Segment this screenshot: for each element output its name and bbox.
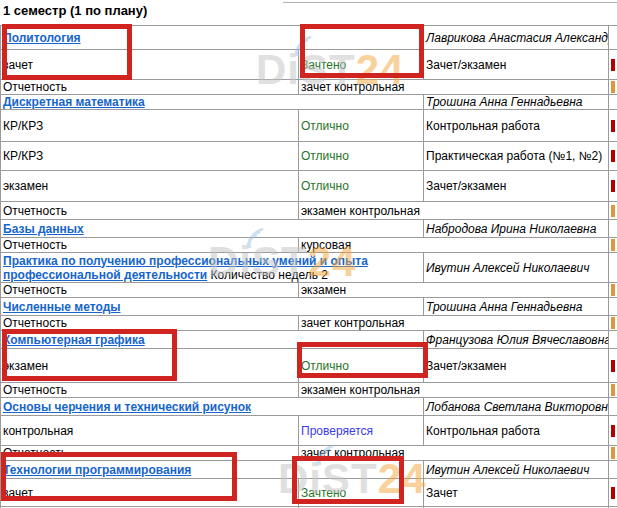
table-row: Отчетность зачет контрольная xyxy=(1,80,617,95)
table-row: Отчетность экзамен xyxy=(1,283,617,298)
clipped-column-cell xyxy=(609,238,617,253)
teacher-name: Набродова Ирина Николаевна xyxy=(424,220,609,238)
report-value: экзамен xyxy=(299,283,609,298)
assessment-form: КР/КРЗ xyxy=(1,142,299,171)
report-label: Отчетность xyxy=(1,283,299,298)
clipped-column-cell xyxy=(609,298,617,316)
highlight-box-politologiya-subject xyxy=(2,24,132,80)
clipped-orange-text xyxy=(611,205,615,217)
clipped-column-cell xyxy=(609,316,617,331)
table-row: Численные методы Трошина Анна Геннадьевн… xyxy=(1,298,617,316)
clipped-orange-text xyxy=(611,284,615,296)
teacher-name: Трошина Анна Геннадьевна xyxy=(424,95,609,110)
table-row: контрольная Проверяется Контрольная рабо… xyxy=(1,416,617,446)
table-row: Базы данных Набродова Ирина Николаевна xyxy=(1,220,617,238)
table-row: Отчетность экзамен контрольная xyxy=(1,202,617,220)
clipped-column-cell xyxy=(609,349,617,383)
clipped-column-cell xyxy=(609,171,617,202)
clipped-column-cell xyxy=(609,283,617,298)
report-value: зачет контрольная xyxy=(299,316,609,331)
report-label: Отчетность xyxy=(1,202,299,220)
clipped-column-cell xyxy=(609,26,617,50)
semester-grades-table: Политология Лаврикова Анастасия Александ… xyxy=(0,25,617,508)
clipped-red-text xyxy=(611,487,615,499)
work-type: Контрольная работа xyxy=(424,110,609,142)
previous-table-border xyxy=(283,2,617,3)
report-label: Отчетность xyxy=(1,238,299,253)
grade-status[interactable]: Проверяется xyxy=(299,416,424,446)
assessment-form: контрольная xyxy=(1,416,299,446)
table-row: Отчетность экзамен контрольная xyxy=(1,383,617,398)
report-value: экзамен контрольная xyxy=(299,202,609,220)
assessment-form: КР/КРЗ xyxy=(1,110,299,142)
semester-heading: 1 семестр (1 по плану) xyxy=(3,3,147,18)
clipped-orange-text xyxy=(611,384,615,396)
table-row: КР/КРЗ Отлично Практическая работа (№1, … xyxy=(1,142,617,171)
clipped-column-cell xyxy=(609,383,617,398)
clipped-orange-text xyxy=(611,447,615,459)
clipped-orange-text xyxy=(611,81,615,93)
clipped-red-text xyxy=(611,360,615,372)
table-row: Отчетность курсовая xyxy=(1,238,617,253)
clipped-red-text xyxy=(611,180,615,192)
clipped-column-cell xyxy=(609,142,617,171)
clipped-orange-text xyxy=(611,239,615,251)
subject-link-diskretnaya-matematika[interactable]: Дискретная математика xyxy=(3,95,145,109)
clipped-orange-text xyxy=(611,317,615,329)
work-type: Практическая работа (№1, №2) xyxy=(424,142,609,171)
table-row: экзамен Отлично Зачет/экзамен xyxy=(1,171,617,202)
highlight-box-kompyuternaya-grafika-subject xyxy=(2,329,177,381)
assessment-form: экзамен xyxy=(1,171,299,202)
clipped-column-cell xyxy=(609,416,617,446)
highlight-box-politologiya-grade xyxy=(300,24,424,78)
clipped-column-cell xyxy=(609,220,617,238)
teacher-name: Лаврикова Анастасия Александровна xyxy=(424,26,609,50)
grade-value: Отлично xyxy=(299,110,424,142)
subject-link-bazy-dannyh[interactable]: Базы данных xyxy=(3,222,84,236)
clipped-column-cell xyxy=(609,95,617,110)
clipped-column-cell xyxy=(609,80,617,95)
clipped-column-cell xyxy=(609,331,617,349)
table-row: Практика по получению профессиональных у… xyxy=(1,253,617,283)
work-type: Зачет/экзамен xyxy=(424,349,609,383)
teacher-name: Ивутин Алексей Николаевич xyxy=(424,253,609,283)
work-type: Зачет xyxy=(424,479,609,507)
clipped-column-cell xyxy=(609,202,617,220)
table-row: Основы черчения и технический рисунок Ло… xyxy=(1,398,617,416)
weeks-note: Количество недель 2 xyxy=(211,268,328,282)
report-value: экзамен контрольная xyxy=(299,383,609,398)
grade-value: Отлично xyxy=(299,171,424,202)
subject-link-chislennye-metody[interactable]: Численные методы xyxy=(3,300,121,314)
grade-value: Отлично xyxy=(299,142,424,171)
report-label: Отчетность xyxy=(1,383,299,398)
report-value: курсовая xyxy=(299,238,609,253)
work-type: Зачет/экзамен xyxy=(424,171,609,202)
clipped-red-text xyxy=(611,425,615,437)
clipped-column-cell xyxy=(609,110,617,142)
work-type: Зачет/экзамен xyxy=(424,50,609,80)
clipped-red-text xyxy=(611,150,615,162)
highlight-box-kompyuternaya-grafika-grade xyxy=(297,342,428,378)
highlight-box-tehnologii-grade xyxy=(292,456,404,504)
clipped-column-cell xyxy=(609,50,617,80)
clipped-column-cell xyxy=(609,479,617,507)
clipped-column-cell xyxy=(609,253,617,283)
clipped-red-text xyxy=(611,120,615,132)
clipped-column-cell xyxy=(609,461,617,479)
highlight-box-tehnologii-subject xyxy=(1,452,237,501)
subject-link-osnovy-chercheniya[interactable]: Основы черчения и технический рисунок xyxy=(3,400,251,414)
teacher-name: Французова Юлия Вячеславовна xyxy=(424,331,609,349)
table-row: Дискретная математика Трошина Анна Генна… xyxy=(1,95,617,110)
report-label: Отчетность xyxy=(1,80,299,95)
teacher-name: Ивутин Алексей Николаевич xyxy=(424,461,609,479)
report-value: зачет контрольная xyxy=(299,80,609,95)
teacher-name: Трошина Анна Геннадьевна xyxy=(424,298,609,316)
clipped-column-cell xyxy=(609,398,617,416)
table-row: КР/КРЗ Отлично Контрольная работа xyxy=(1,110,617,142)
teacher-name: Лобанова Светлана Викторовна xyxy=(424,398,609,416)
clipped-column-cell xyxy=(609,446,617,461)
clipped-red-text xyxy=(611,59,615,71)
work-type: Контрольная работа xyxy=(424,416,609,446)
